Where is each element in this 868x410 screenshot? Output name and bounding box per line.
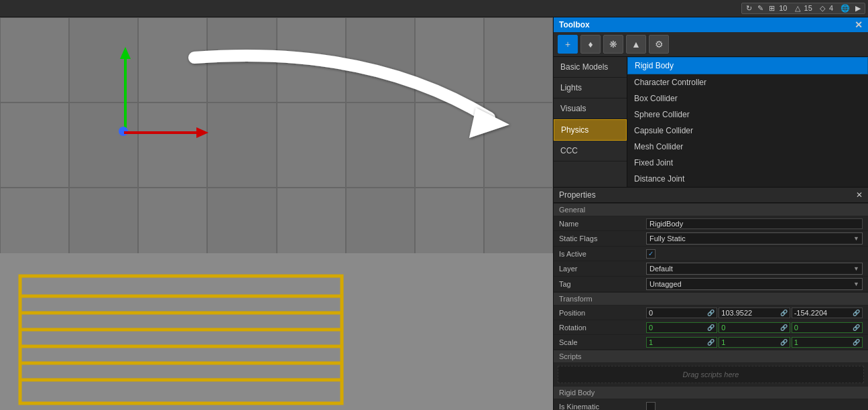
is-kinematic-checkbox[interactable] bbox=[646, 402, 656, 411]
category-ccc[interactable]: CCC bbox=[554, 141, 627, 161]
category-basic-models[interactable]: Basic Models bbox=[554, 57, 627, 78]
prop-layer-label: Layer bbox=[559, 265, 646, 273]
prop-tag-row: Tag Untagged ▼ bbox=[554, 277, 868, 292]
item-rigid-body[interactable]: Rigid Body bbox=[627, 57, 868, 74]
position-x-input[interactable] bbox=[649, 309, 706, 317]
prop-position-row: Position 🔗 🔗 🔗 bbox=[554, 305, 868, 320]
prop-static-flags-value: Fully Static ▼ bbox=[646, 232, 863, 245]
is-active-checkbox[interactable] bbox=[646, 249, 656, 259]
rotation-y-input[interactable] bbox=[721, 324, 779, 332]
name-input[interactable] bbox=[646, 218, 863, 229]
layer-dropdown[interactable]: Default ▼ bbox=[646, 263, 863, 275]
rotation-z-field[interactable]: 🔗 bbox=[792, 322, 863, 333]
scale-y-input[interactable] bbox=[721, 338, 779, 346]
category-label: Basic Models bbox=[560, 62, 608, 72]
toolbar-btn-cursor[interactable]: ▶ bbox=[853, 4, 863, 13]
scale-fields: 🔗 🔗 🔗 bbox=[646, 337, 863, 348]
toolbar-btn-globe[interactable]: 🌐 bbox=[839, 4, 852, 13]
tag-dropdown[interactable]: Untagged ▼ bbox=[646, 278, 863, 290]
prop-layer-row: Layer Default ▼ bbox=[554, 261, 868, 277]
rotation-x-input[interactable] bbox=[649, 324, 706, 332]
item-distance-joint[interactable]: Distance Joint bbox=[627, 171, 868, 187]
toolbar-counter-4[interactable]: ◇ 4 bbox=[818, 4, 837, 13]
item-box-collider[interactable]: Box Collider bbox=[627, 90, 868, 107]
position-z-input[interactable] bbox=[794, 309, 852, 317]
rotation-x-field[interactable]: 🔗 bbox=[646, 322, 717, 333]
prop-rotation-row: Rotation 🔗 🔗 🔗 bbox=[554, 320, 868, 335]
prop-static-flags-label: Static Flags bbox=[559, 234, 646, 243]
toolbox-settings-button[interactable]: ⚙ bbox=[649, 35, 669, 54]
prop-layer-value: Default ▼ bbox=[646, 263, 863, 275]
toolbar-counter-15[interactable]: △ 15 bbox=[793, 4, 816, 13]
scale-z-field[interactable]: 🔗 bbox=[792, 337, 863, 348]
prop-tag-label: Tag bbox=[559, 280, 646, 288]
chevron-down-icon: ▼ bbox=[853, 235, 859, 242]
position-y-input[interactable] bbox=[721, 309, 779, 317]
position-y-field[interactable]: 🔗 bbox=[719, 308, 790, 318]
item-fixed-joint[interactable]: Fixed Joint bbox=[627, 155, 868, 171]
scale-z-input[interactable] bbox=[794, 338, 852, 346]
section-general: General bbox=[554, 203, 868, 216]
link-icon: 🔗 bbox=[707, 324, 715, 331]
properties-header: Properties ✕ bbox=[554, 188, 868, 203]
toolbox-add-button[interactable]: + bbox=[558, 35, 578, 54]
category-label: Physics bbox=[561, 125, 588, 135]
link-icon: 🔗 bbox=[853, 324, 860, 331]
right-panel: Toolbox ✕ + ♦ ❋ ▲ ⚙ bbox=[553, 17, 868, 410]
top-toolbar: ↻ ✎ ⊞ 10 △ 15 ◇ 4 🌐 ▶ bbox=[0, 0, 868, 17]
toolbar-btn-pencil[interactable]: ✎ bbox=[755, 4, 765, 13]
toolbox-plant-button[interactable]: ❋ bbox=[603, 35, 623, 54]
item-character-controller[interactable]: Character Controller bbox=[627, 74, 868, 90]
scale-x-input[interactable] bbox=[649, 338, 706, 346]
prop-scale-label: Scale bbox=[559, 338, 646, 346]
toolbar-counter-10[interactable]: ⊞ 10 bbox=[767, 4, 791, 13]
link-icon: 🔗 bbox=[780, 324, 788, 331]
prop-name-value bbox=[646, 218, 863, 229]
link-icon: 🔗 bbox=[780, 339, 788, 346]
properties-close-button[interactable]: ✕ bbox=[856, 190, 863, 200]
link-icon: 🔗 bbox=[780, 310, 788, 316]
viewport[interactable] bbox=[0, 17, 553, 410]
prop-is-kinematic-label: Is Kinematic bbox=[559, 403, 646, 411]
scale-y-field[interactable]: 🔗 bbox=[719, 337, 790, 348]
terrain-icon: ♦ bbox=[588, 39, 593, 50]
link-icon: 🔗 bbox=[707, 339, 715, 346]
link-icon: 🔗 bbox=[853, 310, 860, 316]
rotation-y-field[interactable]: 🔗 bbox=[719, 322, 790, 333]
toolbox-mountain-button[interactable]: ▲ bbox=[626, 35, 646, 54]
wall-tile bbox=[0, 102, 69, 188]
category-lights[interactable]: Lights bbox=[554, 78, 627, 98]
category-list: Basic Models Lights Visuals Physics CCC bbox=[554, 57, 627, 187]
category-physics[interactable]: Physics bbox=[554, 119, 627, 141]
toolbar-btn-rotate[interactable]: ↻ bbox=[744, 4, 754, 13]
scripts-drop-area[interactable]: Drag scripts here bbox=[558, 366, 864, 383]
toolbox-close-button[interactable]: ✕ bbox=[855, 19, 863, 30]
toolbox-title: Toolbox bbox=[559, 20, 590, 29]
toolbox-toolbar: + ♦ ❋ ▲ ⚙ bbox=[554, 32, 868, 57]
toolbox-content: Basic Models Lights Visuals Physics CCC bbox=[554, 57, 868, 187]
toolbox-terrain-button[interactable]: ♦ bbox=[580, 35, 601, 54]
scale-x-field[interactable]: 🔗 bbox=[646, 337, 717, 348]
category-label: Visuals bbox=[560, 104, 586, 113]
rotation-z-input[interactable] bbox=[794, 324, 852, 332]
chevron-down-icon: ▼ bbox=[853, 281, 859, 287]
category-visuals[interactable]: Visuals bbox=[554, 98, 627, 119]
static-flags-dropdown[interactable]: Fully Static ▼ bbox=[646, 232, 863, 245]
prop-scale-row: Scale 🔗 🔗 🔗 bbox=[554, 335, 868, 350]
item-sphere-collider[interactable]: Sphere Collider bbox=[627, 107, 868, 123]
wall-tile bbox=[0, 17, 69, 102]
position-z-field[interactable]: 🔗 bbox=[792, 308, 863, 318]
plant-icon: ❋ bbox=[609, 39, 617, 50]
properties-title: Properties bbox=[559, 190, 596, 200]
link-icon: 🔗 bbox=[853, 339, 860, 346]
prop-is-active-row: Is Active bbox=[554, 247, 868, 261]
drag-scripts-label: Drag scripts here bbox=[683, 370, 739, 379]
prop-name-label: Name bbox=[559, 220, 646, 228]
item-capsule-collider[interactable]: Capsule Collider bbox=[627, 123, 868, 139]
main-area: Toolbox ✕ + ♦ ❋ ▲ ⚙ bbox=[0, 17, 868, 410]
prop-position-label: Position bbox=[559, 309, 646, 317]
item-mesh-collider[interactable]: Mesh Collider bbox=[627, 139, 868, 155]
prop-static-flags-row: Static Flags Fully Static ▼ bbox=[554, 231, 868, 247]
chevron-down-icon: ▼ bbox=[853, 265, 859, 272]
position-x-field[interactable]: 🔗 bbox=[646, 308, 717, 318]
